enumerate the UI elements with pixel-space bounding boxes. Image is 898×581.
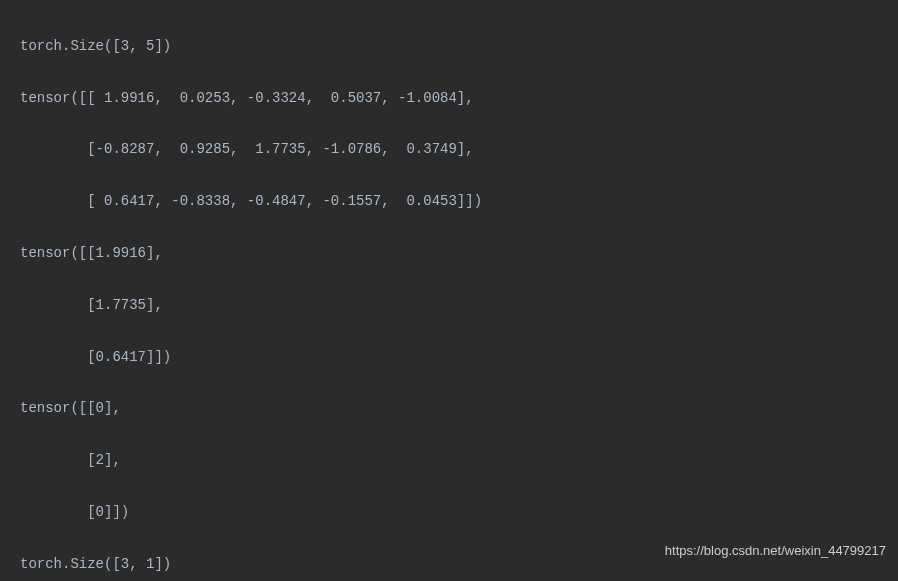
console-output: torch.Size([3, 5]) tensor([[ 1.9916, 0.0…	[0, 0, 898, 581]
output-line: torch.Size([3, 5])	[20, 34, 878, 60]
output-line: tensor([[0],	[20, 396, 878, 422]
output-line: tensor([[1.9916],	[20, 241, 878, 267]
output-line: [-0.8287, 0.9285, 1.7735, -1.0786, 0.374…	[20, 137, 878, 163]
output-line: [2],	[20, 448, 878, 474]
output-line: [0]])	[20, 500, 878, 526]
watermark-text: https://blog.csdn.net/weixin_44799217	[665, 539, 886, 563]
output-line: [0.6417]])	[20, 345, 878, 371]
output-line: [1.7735],	[20, 293, 878, 319]
output-line: [ 0.6417, -0.8338, -0.4847, -0.1557, 0.0…	[20, 189, 878, 215]
output-line: tensor([[ 1.9916, 0.0253, -0.3324, 0.503…	[20, 86, 878, 112]
